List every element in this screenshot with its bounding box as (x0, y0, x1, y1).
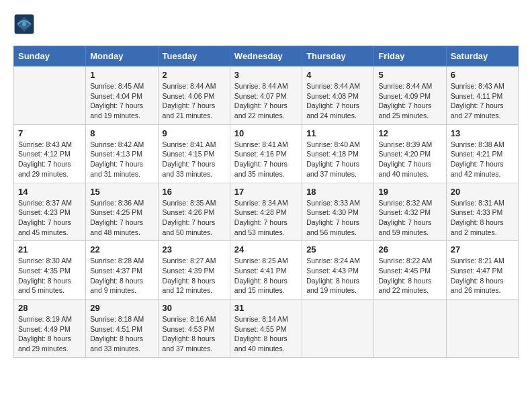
day-number: 6 (451, 70, 514, 80)
cell-details: Sunrise: 8:34 AMSunset: 4:28 PMDaylight:… (234, 198, 298, 238)
calendar-cell: 22Sunrise: 8:28 AMSunset: 4:37 PMDayligh… (86, 241, 158, 300)
day-number: 12 (378, 128, 441, 138)
day-number: 10 (234, 128, 298, 138)
calendar-cell (302, 300, 374, 358)
calendar-cell: 9Sunrise: 8:41 AMSunset: 4:15 PMDaylight… (158, 124, 230, 183)
day-number: 9 (163, 128, 226, 138)
calendar-cell: 31Sunrise: 8:14 AMSunset: 4:55 PMDayligh… (230, 300, 302, 358)
calendar-cell: 11Sunrise: 8:40 AMSunset: 4:18 PMDayligh… (302, 124, 374, 183)
calendar-cell: 12Sunrise: 8:39 AMSunset: 4:20 PMDayligh… (374, 124, 446, 183)
day-number: 23 (163, 244, 226, 255)
day-number: 22 (90, 244, 153, 255)
calendar-cell: 3Sunrise: 8:44 AMSunset: 4:07 PMDaylight… (230, 66, 302, 125)
header-day-wednesday: Wednesday (230, 46, 302, 66)
calendar-cell: 6Sunrise: 8:43 AMSunset: 4:11 PMDaylight… (446, 66, 518, 125)
week-row-3: 21Sunrise: 8:30 AMSunset: 4:35 PMDayligh… (14, 241, 519, 300)
day-number: 20 (451, 187, 514, 197)
calendar-cell: 8Sunrise: 8:42 AMSunset: 4:13 PMDaylight… (86, 124, 158, 183)
day-number: 7 (18, 128, 81, 138)
calendar-cell: 14Sunrise: 8:37 AMSunset: 4:23 PMDayligh… (14, 183, 86, 241)
calendar-cell: 17Sunrise: 8:34 AMSunset: 4:28 PMDayligh… (230, 183, 302, 241)
cell-details: Sunrise: 8:42 AMSunset: 4:13 PMDaylight:… (90, 140, 153, 179)
calendar-cell: 24Sunrise: 8:25 AMSunset: 4:41 PMDayligh… (230, 241, 302, 300)
day-number: 1 (90, 70, 153, 80)
cell-details: Sunrise: 8:24 AMSunset: 4:43 PMDaylight:… (306, 256, 369, 295)
day-number: 11 (306, 128, 369, 138)
cell-details: Sunrise: 8:33 AMSunset: 4:30 PMDaylight:… (306, 198, 369, 238)
cell-details: Sunrise: 8:35 AMSunset: 4:26 PMDaylight:… (163, 198, 226, 238)
logo (13, 13, 38, 35)
cell-details: Sunrise: 8:44 AMSunset: 4:07 PMDaylight:… (234, 81, 298, 121)
calendar-cell: 27Sunrise: 8:21 AMSunset: 4:47 PMDayligh… (446, 241, 518, 300)
day-number: 31 (234, 303, 298, 313)
cell-details: Sunrise: 8:40 AMSunset: 4:18 PMDaylight:… (306, 140, 369, 179)
day-number: 15 (90, 187, 153, 197)
day-number: 26 (378, 244, 441, 255)
calendar-cell: 16Sunrise: 8:35 AMSunset: 4:26 PMDayligh… (158, 183, 230, 241)
header-day-thursday: Thursday (302, 46, 374, 66)
cell-details: Sunrise: 8:43 AMSunset: 4:11 PMDaylight:… (451, 81, 514, 121)
cell-details: Sunrise: 8:28 AMSunset: 4:37 PMDaylight:… (90, 256, 153, 295)
cell-details: Sunrise: 8:22 AMSunset: 4:45 PMDaylight:… (378, 256, 441, 295)
calendar-cell: 25Sunrise: 8:24 AMSunset: 4:43 PMDayligh… (302, 241, 374, 300)
calendar-cell: 20Sunrise: 8:31 AMSunset: 4:33 PMDayligh… (446, 183, 518, 241)
calendar-cell: 1Sunrise: 8:45 AMSunset: 4:04 PMDaylight… (86, 66, 158, 125)
calendar-cell: 2Sunrise: 8:44 AMSunset: 4:06 PMDaylight… (158, 66, 230, 125)
week-row-0: 1Sunrise: 8:45 AMSunset: 4:04 PMDaylight… (14, 66, 519, 125)
day-number: 21 (18, 244, 81, 255)
header-day-tuesday: Tuesday (158, 46, 230, 66)
calendar-cell: 28Sunrise: 8:19 AMSunset: 4:49 PMDayligh… (14, 300, 86, 358)
day-number: 29 (90, 303, 153, 313)
cell-details: Sunrise: 8:44 AMSunset: 4:09 PMDaylight:… (378, 81, 441, 121)
calendar-cell: 5Sunrise: 8:44 AMSunset: 4:09 PMDaylight… (374, 66, 446, 125)
cell-details: Sunrise: 8:37 AMSunset: 4:23 PMDaylight:… (18, 198, 81, 238)
cell-details: Sunrise: 8:14 AMSunset: 4:55 PMDaylight:… (234, 314, 298, 354)
day-number: 13 (451, 128, 514, 138)
day-number: 8 (90, 128, 153, 138)
day-number: 2 (163, 70, 226, 80)
day-number: 18 (306, 187, 369, 197)
day-number: 14 (18, 187, 81, 197)
calendar-cell (446, 300, 518, 358)
calendar-cell: 7Sunrise: 8:43 AMSunset: 4:12 PMDaylight… (14, 124, 86, 183)
cell-details: Sunrise: 8:27 AMSunset: 4:39 PMDaylight:… (163, 256, 226, 295)
cell-details: Sunrise: 8:39 AMSunset: 4:20 PMDaylight:… (378, 140, 441, 179)
calendar-cell (374, 300, 446, 358)
page-header (13, 13, 519, 35)
cell-details: Sunrise: 8:43 AMSunset: 4:12 PMDaylight:… (18, 140, 81, 179)
day-number: 19 (378, 187, 441, 197)
calendar-cell: 4Sunrise: 8:44 AMSunset: 4:08 PMDaylight… (302, 66, 374, 125)
cell-details: Sunrise: 8:41 AMSunset: 4:15 PMDaylight:… (163, 140, 226, 179)
calendar-cell: 19Sunrise: 8:32 AMSunset: 4:32 PMDayligh… (374, 183, 446, 241)
cell-details: Sunrise: 8:16 AMSunset: 4:53 PMDaylight:… (163, 314, 226, 354)
calendar-cell: 18Sunrise: 8:33 AMSunset: 4:30 PMDayligh… (302, 183, 374, 241)
cell-details: Sunrise: 8:30 AMSunset: 4:35 PMDaylight:… (18, 256, 81, 295)
header-day-monday: Monday (86, 46, 158, 66)
cell-details: Sunrise: 8:31 AMSunset: 4:33 PMDaylight:… (451, 198, 514, 238)
header-day-sunday: Sunday (14, 46, 86, 66)
calendar-cell: 10Sunrise: 8:41 AMSunset: 4:16 PMDayligh… (230, 124, 302, 183)
svg-point-2 (22, 22, 26, 26)
day-number: 27 (451, 244, 514, 255)
header-row: SundayMondayTuesdayWednesdayThursdayFrid… (14, 46, 519, 66)
calendar-cell: 15Sunrise: 8:36 AMSunset: 4:25 PMDayligh… (86, 183, 158, 241)
cell-details: Sunrise: 8:38 AMSunset: 4:21 PMDaylight:… (451, 140, 514, 179)
calendar-table: SundayMondayTuesdayWednesdayThursdayFrid… (13, 46, 519, 358)
calendar-cell: 21Sunrise: 8:30 AMSunset: 4:35 PMDayligh… (14, 241, 86, 300)
calendar-cell: 23Sunrise: 8:27 AMSunset: 4:39 PMDayligh… (158, 241, 230, 300)
cell-details: Sunrise: 8:25 AMSunset: 4:41 PMDaylight:… (234, 256, 298, 295)
cell-details: Sunrise: 8:18 AMSunset: 4:51 PMDaylight:… (90, 314, 153, 354)
day-number: 24 (234, 244, 298, 255)
cell-details: Sunrise: 8:32 AMSunset: 4:32 PMDaylight:… (378, 198, 441, 238)
day-number: 5 (378, 70, 441, 80)
logo-icon (13, 13, 35, 35)
week-row-1: 7Sunrise: 8:43 AMSunset: 4:12 PMDaylight… (14, 124, 519, 183)
cell-details: Sunrise: 8:36 AMSunset: 4:25 PMDaylight:… (90, 198, 153, 238)
cell-details: Sunrise: 8:21 AMSunset: 4:47 PMDaylight:… (451, 256, 514, 295)
day-number: 25 (306, 244, 369, 255)
day-number: 17 (234, 187, 298, 197)
cell-details: Sunrise: 8:44 AMSunset: 4:08 PMDaylight:… (306, 81, 369, 121)
day-number: 30 (163, 303, 226, 313)
day-number: 4 (306, 70, 369, 80)
day-number: 16 (163, 187, 226, 197)
